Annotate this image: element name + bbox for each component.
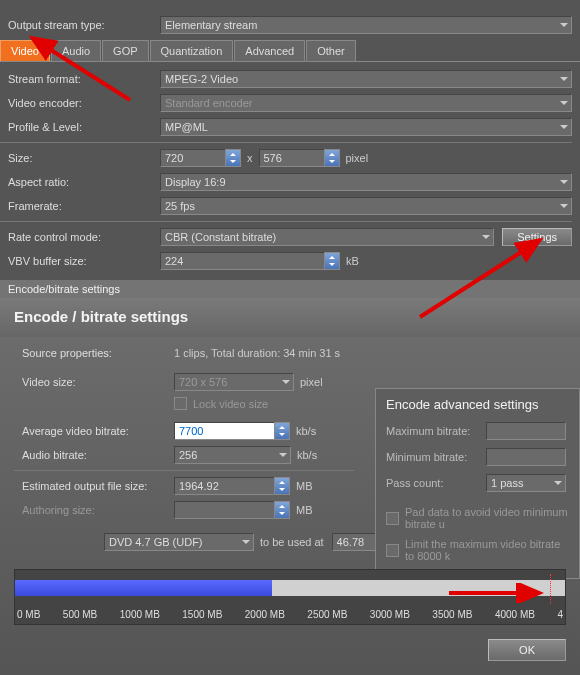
profile-select[interactable]: MP@ML	[160, 118, 572, 136]
limit-label: Limit the maximum video bitrate to 8000 …	[405, 538, 569, 562]
max-label: Maximum bitrate:	[386, 425, 486, 437]
profile-label: Profile & Level:	[0, 121, 160, 133]
rate-mode-label: Rate control mode:	[0, 231, 160, 243]
tab-audio[interactable]: Audio	[51, 40, 101, 61]
encoder-label: Video encoder:	[0, 97, 160, 109]
vidsize-label: Video size:	[14, 376, 174, 388]
dialog-title: Encode / bitrate settings	[0, 298, 580, 337]
pad-checkbox	[386, 512, 399, 525]
tab-bar: Video Audio GOP Quantization Advanced Ot…	[0, 40, 580, 61]
size-unit: pixel	[346, 152, 369, 164]
tab-quantization[interactable]: Quantization	[150, 40, 234, 61]
auth-spinner	[174, 501, 290, 519]
size-width-input[interactable]	[160, 149, 225, 167]
est-spinner[interactable]	[174, 477, 290, 495]
capacity-marker	[550, 574, 551, 604]
vidsize-unit: pixel	[300, 376, 323, 388]
dialog-section-title: Encode/bitrate settings	[0, 280, 580, 298]
encoder-select[interactable]: Standard encoder	[160, 94, 572, 112]
audio-unit: kb/s	[297, 449, 317, 461]
lock-checkbox[interactable]	[174, 397, 187, 410]
output-type-label: Output stream type:	[0, 19, 160, 31]
limit-checkbox	[386, 544, 399, 557]
est-label: Estimated output file size:	[14, 480, 174, 492]
audio-select[interactable]: 256	[174, 446, 291, 464]
video-panel: Stream format:MPEG-2 Video Video encoder…	[0, 61, 580, 280]
capacity-graph: 0 MB 500 MB 1000 MB 1500 MB 2000 MB 2500…	[14, 569, 566, 625]
avg-label: Average video bitrate:	[14, 425, 174, 437]
est-unit: MB	[296, 480, 313, 492]
framerate-select[interactable]: 25 fps	[160, 197, 572, 215]
avg-spinner[interactable]	[174, 422, 290, 440]
stream-format-select[interactable]: MPEG-2 Video	[160, 70, 572, 88]
min-label: Minimum bitrate:	[386, 451, 486, 463]
est-input[interactable]	[174, 477, 274, 495]
tab-gop[interactable]: GOP	[102, 40, 148, 61]
vbv-unit: kB	[346, 255, 359, 267]
min-input	[486, 448, 566, 466]
vbv-label: VBV buffer size:	[0, 255, 160, 267]
auth-input	[174, 501, 274, 519]
tab-video[interactable]: Video	[0, 40, 50, 61]
auth-label: Authoring size:	[14, 504, 174, 516]
ok-button[interactable]: OK	[488, 639, 566, 661]
size-width-spinner[interactable]	[160, 149, 241, 167]
audio-label: Audio bitrate:	[14, 449, 174, 461]
auth-unit: MB	[296, 504, 313, 516]
tab-other[interactable]: Other	[306, 40, 356, 61]
avg-unit: kb/s	[296, 425, 316, 437]
size-x: x	[247, 152, 253, 164]
source-label: Source properties:	[14, 347, 174, 359]
aspect-label: Aspect ratio:	[0, 176, 160, 188]
framerate-label: Framerate:	[0, 200, 160, 212]
rate-mode-select[interactable]: CBR (Constant bitrate)	[160, 228, 494, 246]
vbv-spinner[interactable]	[160, 252, 340, 270]
source-value: 1 clips, Total duration: 34 min 31 s	[174, 347, 340, 359]
size-label: Size:	[0, 152, 160, 164]
pass-label: Pass count:	[386, 477, 486, 489]
aspect-select[interactable]: Display 16:9	[160, 173, 572, 191]
advanced-title: Encode advanced settings	[386, 397, 569, 412]
stream-format-label: Stream format:	[0, 73, 160, 85]
used-label: to be used at	[260, 536, 324, 548]
vbv-input[interactable]	[160, 252, 324, 270]
size-height-spinner[interactable]	[259, 149, 340, 167]
ticks: 0 MB 500 MB 1000 MB 1500 MB 2000 MB 2500…	[15, 609, 565, 620]
output-type-select[interactable]: Elementary stream	[160, 16, 572, 34]
size-height-input[interactable]	[259, 149, 324, 167]
max-input	[486, 422, 566, 440]
encode-dialog: Encode / bitrate settings Source propert…	[0, 298, 580, 673]
pass-select[interactable]: 1 pass	[486, 474, 566, 492]
advanced-box: Encode advanced settings Maximum bitrate…	[375, 388, 580, 579]
avg-input[interactable]	[174, 422, 274, 440]
settings-button[interactable]: Settings	[502, 228, 572, 246]
bar-fill	[15, 580, 272, 596]
media-select[interactable]: DVD 4.7 GB (UDF)	[104, 533, 254, 551]
vidsize-select[interactable]: 720 x 576	[174, 373, 294, 391]
pad-label: Pad data to avoid video minimum bitrate …	[405, 506, 569, 530]
tab-advanced[interactable]: Advanced	[234, 40, 305, 61]
lock-label: Lock video size	[193, 398, 268, 410]
